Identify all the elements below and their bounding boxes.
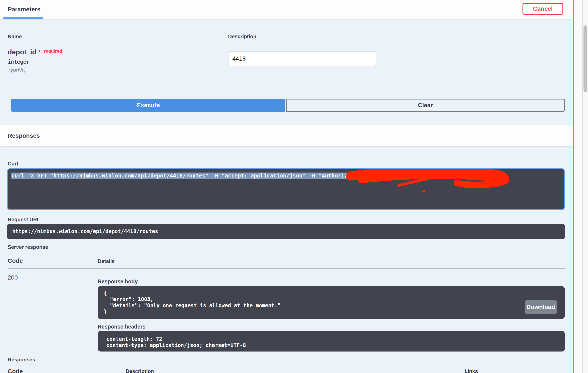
code-column-header: Code [8,257,23,264]
parameter-type: integer [8,59,29,65]
request-url-value: https://nimbus.wialon.com/api/depot/4418… [7,224,565,234]
response-headers-block: content-length: 72 content-type: applica… [98,331,565,352]
download-button[interactable]: Download [525,300,557,314]
response-headers-label: Response headers [98,324,145,330]
parameter-name-text: depot_id [8,48,36,56]
redacted-token [386,172,500,179]
response-body-json: { "error": 1003, "details": "Only one re… [98,286,565,315]
status-code: 200 [8,274,18,281]
request-url-block: https://nimbus.wialon.com/api/depot/4418… [7,224,565,239]
response-headers-text: content-length: 72 content-type: applica… [98,331,565,349]
request-url-label: Request URL [8,217,40,223]
responses-section-header: Responses [0,125,573,146]
response-body-label: Response body [98,278,138,285]
documented-responses-label: Responses [8,357,35,363]
scrollbar-thumb[interactable] [584,25,587,92]
tab-parameters[interactable]: Parameters [8,6,41,13]
operation-block: Parameters Cancel Name Description depot… [0,0,574,373]
depot-id-input[interactable] [228,51,376,66]
active-tab-underline [3,17,43,19]
responses-title: Responses [8,132,40,139]
name-column-header: Name [8,33,22,40]
red-dot-icon [422,190,425,193]
details-column-header: Details [98,258,115,264]
table-divider [8,44,565,44]
documented-code-header: Code [8,368,23,373]
required-star: * [38,49,41,56]
documented-links-header: Links [464,368,478,373]
clear-button[interactable]: Clear [286,99,565,112]
cancel-button[interactable]: Cancel [523,3,563,15]
tab-header: Parameters Cancel [0,0,573,19]
scrollbar-track[interactable] [582,0,588,373]
execute-button[interactable]: Execute [11,99,285,112]
documented-description-header: Description [126,368,154,373]
parameter-name: depot_id * required [8,48,62,56]
curl-command-text: curl -X GET "https://nimbus.wialon.com/a… [11,172,386,179]
description-column-header: Description [228,33,256,40]
curl-label: Curl [8,161,18,167]
required-label: required [44,49,62,53]
parameter-location: (path) [8,67,26,74]
response-body-block: { "error": 1003, "details": "Only one re… [98,286,565,319]
curl-command[interactable]: curl -X GET "https://nimbus.wialon.com/a… [7,168,565,210]
server-response-label: Server response [8,244,48,250]
table-divider [8,268,565,269]
